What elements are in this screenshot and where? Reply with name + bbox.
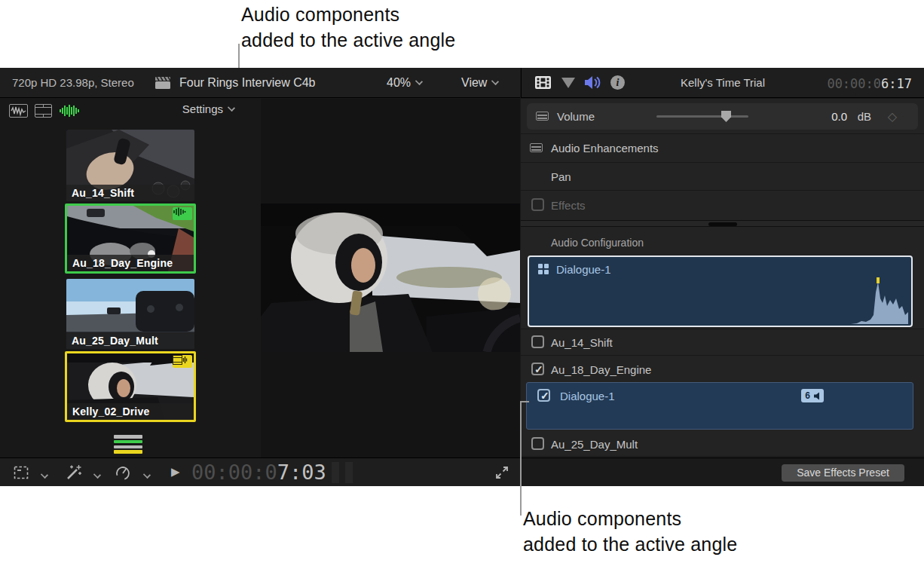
component-row-au14-shift[interactable]: Au_14_Shift [521,329,924,355]
component-name: Au_25_Day_Mult [551,438,638,451]
angle-viewer-display-mode-button[interactable] [114,435,142,454]
surround-channel-badge: 6 [801,389,824,402]
chevron-down-icon[interactable] [41,471,48,479]
channel-strip-dialogue-1[interactable]: Dialogue-1 [528,255,913,327]
transport-timecode[interactable]: 00:00:07:03 [191,460,326,484]
component-name: Au_14_Shift [551,336,613,349]
range-tool-icon[interactable] [14,465,30,480]
angle-viewer-settings-row: Settings [0,99,260,123]
audio-inspector: Volume 0.0 dB Audio Enhancements Pan [521,99,924,486]
angle-thumbnail-kelly-02-drive[interactable]: Kelly_02_Drive [65,351,196,422]
angle-thumbnail-au14-shift[interactable]: Au_14_Shift [66,130,194,201]
component-name: Au_18_Day_Engine [551,363,651,376]
film-waveform-badge-icon [173,355,188,365]
timecode-dim: 00:00:0 [191,460,277,484]
angle-thumbnail-au18-day-engine[interactable]: Au_18_Day_Engine [65,203,196,274]
view-dropdown[interactable]: View [461,76,498,90]
retime-icon[interactable] [115,464,131,481]
component-checkbox[interactable] [531,335,544,348]
component-checkbox-checked[interactable] [537,389,550,402]
audio-meter-bar [332,462,339,483]
volume-label: Volume [557,110,595,123]
angle-viewer: Settings Au_14_Shift [0,99,260,457]
settings-label: Settings [182,103,223,115]
audio-enhancements-row[interactable]: Audio Enhancements [521,134,924,162]
viewer-title-bar: 720p HD 23.98p, Stereo Four Rings Interv… [0,68,520,98]
annotation-bottom-line2: added to the active angle [523,531,737,557]
angle-name-label: Au_18_Day_Engine [67,255,194,271]
fcp-window: 720p HD 23.98p, Stereo Four Rings Interv… [0,68,924,486]
component-row-dialogue-1[interactable]: Dialogue-1 6 [526,382,913,430]
divider [521,355,924,356]
volume-slider-thumb[interactable] [721,111,731,122]
chevron-down-icon[interactable] [93,471,101,479]
angle-name-label: Au_14_Shift [66,185,194,201]
chevron-down-icon [228,104,235,112]
video-audio-active-badge [173,355,192,368]
mode-bar-green [114,440,142,444]
audio-meter-bar [345,462,353,483]
inspector-title-bar: i Kelly's Time Trial 00:00:06:17 [521,68,924,98]
enhancements-wand-icon[interactable] [65,464,83,481]
chevron-down-icon [415,78,423,85]
effects-checkbox[interactable] [531,198,544,211]
expand-icon[interactable] [494,465,509,480]
audio-waveform-icon[interactable] [59,104,80,118]
component-checkbox-checked[interactable] [531,363,544,375]
timecode-bright: 7:03 [277,460,326,484]
volume-slider-track[interactable] [656,115,748,118]
annotation-bottom-line1: Audio components [523,506,737,531]
mode-bar-gray [114,445,142,449]
pan-label: Pan [551,170,571,183]
angle-name-label: Kelly_02_Drive [67,403,194,420]
clapperboard-icon [155,77,170,89]
viewer-video-image [261,203,520,352]
zoom-level-value: 40% [387,76,411,89]
play-button[interactable] [171,465,180,479]
zoom-level-dropdown[interactable]: 40% [387,76,422,90]
audio-configuration-label: Audio Configuration [551,237,644,249]
view-label: View [461,76,487,89]
mode-bar-yellow [114,450,142,454]
inspector-splitter[interactable] [521,220,924,227]
timecode-dim: 00:00:0 [827,76,881,91]
viewer-video-frame [261,203,520,352]
angle-thumbnail-au25-day-mult[interactable]: Au_25_Day_Mult [66,279,194,349]
splitter-handle[interactable] [708,222,737,226]
component-row-au18-day-engine[interactable]: Au_18_Day_Engine [521,356,924,382]
project-title: Four Rings Interview C4b [179,76,316,90]
divider [521,456,924,457]
effects-row[interactable]: Effects [521,191,924,219]
chevron-down-icon [491,78,499,85]
pan-row[interactable]: Pan [521,163,924,190]
inspector-timecode[interactable]: 00:00:06:17 [827,76,912,91]
channel-strip-name: Dialogue-1 [556,263,611,276]
mode-bar-gray [114,435,142,439]
angle-name-label: Au_25_Day_Mult [66,332,194,349]
volume-drawer-icon[interactable] [536,112,549,121]
save-effects-preset-button[interactable]: Save Effects Preset [782,464,904,482]
angle-viewer-settings-button[interactable]: Settings [182,103,234,115]
annotation-bottom: Audio components added to the active ang… [523,506,737,557]
waveform-badge-icon [173,207,186,216]
audio-enhancements-label: Audio Enhancements [551,142,659,155]
viewer-pane [261,99,520,457]
film-icon[interactable] [35,104,52,118]
volume-value[interactable]: 0.0 [831,110,847,123]
film-audio-icon[interactable] [9,104,28,118]
audio-waveform-thumbnail [851,276,908,324]
component-checkbox[interactable] [531,437,544,450]
annotation-top-line2: added to the active angle [241,27,455,53]
audio-active-badge [173,207,192,220]
timecode-bright: 6:17 [881,76,912,91]
component-row-au25-day-mult[interactable]: Au_25_Day_Mult [521,431,924,457]
page: Audio components added to the active ang… [0,0,924,563]
speaker-badge-icon [812,392,820,400]
channel-count: 6 [805,390,810,401]
audio-enhancements-drawer-icon[interactable] [530,143,543,152]
format-info: 720p HD 23.98p, Stereo [12,76,134,89]
volume-unit: dB [858,110,871,123]
chevron-down-icon[interactable] [143,471,151,479]
annotation-top-line1: Audio components [241,2,455,27]
keyframe-diamond-icon[interactable] [888,109,897,124]
